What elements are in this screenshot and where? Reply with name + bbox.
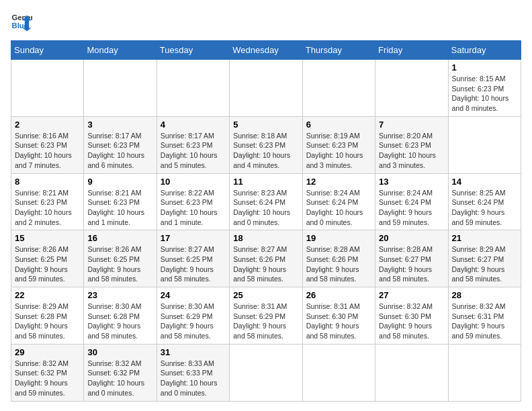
- empty-cell: [84, 60, 157, 117]
- day-number: 3: [87, 120, 152, 130]
- calendar-day-cell: 20Sunrise: 8:28 AMSunset: 6:27 PMDayligh…: [375, 230, 448, 287]
- calendar-day-cell: 28Sunrise: 8:32 AMSunset: 6:31 PMDayligh…: [448, 287, 521, 345]
- day-info: Sunrise: 8:21 AMSunset: 6:23 PMDaylight:…: [15, 189, 72, 226]
- day-info: Sunrise: 8:24 AMSunset: 6:24 PMDaylight:…: [306, 189, 363, 226]
- day-number: 18: [233, 233, 298, 243]
- day-number: 20: [379, 233, 444, 243]
- day-number: 2: [15, 120, 80, 130]
- empty-cell: [230, 60, 302, 117]
- calendar-day-cell: 29Sunrise: 8:32 AMSunset: 6:32 PMDayligh…: [11, 344, 84, 401]
- calendar-day-cell: 6Sunrise: 8:19 AMSunset: 6:23 PMDaylight…: [302, 116, 375, 173]
- day-number: 1: [452, 62, 517, 73]
- empty-cell: [302, 344, 375, 401]
- calendar-day-cell: 17Sunrise: 8:27 AMSunset: 6:25 PMDayligh…: [157, 230, 229, 287]
- day-info: Sunrise: 8:27 AMSunset: 6:26 PMDaylight:…: [233, 245, 287, 283]
- calendar-week-row: 15Sunrise: 8:26 AMSunset: 6:25 PMDayligh…: [11, 230, 521, 287]
- calendar-week-row: 1Sunrise: 8:15 AMSunset: 6:23 PMDaylight…: [11, 60, 521, 117]
- day-info: Sunrise: 8:32 AMSunset: 6:30 PMDaylight:…: [379, 302, 433, 340]
- calendar-day-cell: 26Sunrise: 8:31 AMSunset: 6:30 PMDayligh…: [302, 287, 375, 345]
- day-header-saturday: Saturday: [448, 41, 521, 60]
- day-info: Sunrise: 8:32 AMSunset: 6:32 PMDaylight:…: [15, 359, 69, 397]
- calendar-day-cell: 12Sunrise: 8:24 AMSunset: 6:24 PMDayligh…: [302, 173, 375, 230]
- day-number: 29: [15, 347, 80, 357]
- calendar-day-cell: 9Sunrise: 8:21 AMSunset: 6:23 PMDaylight…: [84, 173, 157, 230]
- day-info: Sunrise: 8:29 AMSunset: 6:27 PMDaylight:…: [452, 245, 506, 283]
- day-info: Sunrise: 8:15 AMSunset: 6:23 PMDaylight:…: [452, 75, 509, 112]
- day-number: 26: [306, 290, 371, 300]
- day-number: 27: [379, 290, 444, 300]
- day-info: Sunrise: 8:30 AMSunset: 6:28 PMDaylight:…: [87, 302, 141, 340]
- day-number: 14: [452, 177, 517, 187]
- calendar-day-cell: 24Sunrise: 8:30 AMSunset: 6:29 PMDayligh…: [157, 287, 229, 345]
- calendar-day-cell: 22Sunrise: 8:29 AMSunset: 6:28 PMDayligh…: [11, 287, 84, 345]
- day-number: 22: [15, 290, 80, 300]
- day-info: Sunrise: 8:24 AMSunset: 6:24 PMDaylight:…: [379, 189, 433, 226]
- day-info: Sunrise: 8:28 AMSunset: 6:26 PMDaylight:…: [306, 245, 360, 283]
- calendar-day-cell: 4Sunrise: 8:17 AMSunset: 6:23 PMDaylight…: [157, 116, 229, 173]
- calendar-day-cell: 19Sunrise: 8:28 AMSunset: 6:26 PMDayligh…: [302, 230, 375, 287]
- empty-cell: [302, 60, 375, 117]
- empty-cell: [448, 116, 521, 173]
- day-number: 7: [379, 120, 444, 130]
- calendar-day-cell: 18Sunrise: 8:27 AMSunset: 6:26 PMDayligh…: [230, 230, 302, 287]
- day-header-sunday: Sunday: [11, 41, 84, 60]
- day-info: Sunrise: 8:31 AMSunset: 6:29 PMDaylight:…: [233, 302, 287, 340]
- day-info: Sunrise: 8:23 AMSunset: 6:24 PMDaylight:…: [233, 189, 290, 226]
- empty-cell: [448, 344, 521, 401]
- day-info: Sunrise: 8:26 AMSunset: 6:25 PMDaylight:…: [15, 245, 69, 283]
- day-number: 31: [161, 347, 226, 357]
- day-info: Sunrise: 8:20 AMSunset: 6:23 PMDaylight:…: [379, 132, 436, 169]
- calendar-day-cell: 10Sunrise: 8:22 AMSunset: 6:23 PMDayligh…: [157, 173, 229, 230]
- day-info: Sunrise: 8:32 AMSunset: 6:31 PMDaylight:…: [452, 302, 506, 340]
- calendar-week-row: 2Sunrise: 8:16 AMSunset: 6:23 PMDaylight…: [11, 116, 521, 173]
- page-header: General Blue: [11, 11, 521, 32]
- day-number: 25: [233, 290, 298, 300]
- day-number: 6: [306, 120, 371, 130]
- calendar-day-cell: 11Sunrise: 8:23 AMSunset: 6:24 PMDayligh…: [230, 173, 302, 230]
- day-info: Sunrise: 8:31 AMSunset: 6:30 PMDaylight:…: [306, 302, 360, 340]
- day-number: 19: [306, 233, 371, 243]
- day-info: Sunrise: 8:30 AMSunset: 6:29 PMDaylight:…: [161, 302, 214, 340]
- day-number: 13: [379, 177, 444, 187]
- day-info: Sunrise: 8:18 AMSunset: 6:23 PMDaylight:…: [233, 132, 290, 169]
- day-number: 16: [87, 233, 152, 243]
- day-info: Sunrise: 8:17 AMSunset: 6:23 PMDaylight:…: [87, 132, 144, 169]
- day-info: Sunrise: 8:19 AMSunset: 6:23 PMDaylight:…: [306, 132, 363, 169]
- day-info: Sunrise: 8:21 AMSunset: 6:23 PMDaylight:…: [87, 189, 144, 226]
- day-header-friday: Friday: [375, 41, 448, 60]
- calendar-day-cell: 30Sunrise: 8:32 AMSunset: 6:32 PMDayligh…: [84, 344, 157, 401]
- day-number: 4: [161, 120, 226, 130]
- calendar-day-cell: 7Sunrise: 8:20 AMSunset: 6:23 PMDaylight…: [375, 116, 448, 173]
- empty-cell: [230, 344, 302, 401]
- calendar-day-cell: 1Sunrise: 8:15 AMSunset: 6:23 PMDaylight…: [448, 60, 521, 117]
- empty-cell: [375, 60, 448, 117]
- calendar-day-cell: 31Sunrise: 8:33 AMSunset: 6:33 PMDayligh…: [157, 344, 229, 401]
- day-number: 15: [15, 233, 80, 243]
- day-info: Sunrise: 8:32 AMSunset: 6:32 PMDaylight:…: [87, 359, 144, 397]
- calendar-day-cell: 5Sunrise: 8:18 AMSunset: 6:23 PMDaylight…: [230, 116, 302, 173]
- day-info: Sunrise: 8:27 AMSunset: 6:25 PMDaylight:…: [161, 245, 214, 283]
- calendar-day-cell: 3Sunrise: 8:17 AMSunset: 6:23 PMDaylight…: [84, 116, 157, 173]
- calendar-day-cell: 14Sunrise: 8:25 AMSunset: 6:24 PMDayligh…: [448, 173, 521, 230]
- day-info: Sunrise: 8:16 AMSunset: 6:23 PMDaylight:…: [15, 132, 72, 169]
- day-info: Sunrise: 8:17 AMSunset: 6:23 PMDaylight:…: [161, 132, 218, 169]
- day-number: 30: [87, 347, 152, 357]
- calendar-week-row: 22Sunrise: 8:29 AMSunset: 6:28 PMDayligh…: [11, 287, 521, 345]
- calendar-day-cell: 2Sunrise: 8:16 AMSunset: 6:23 PMDaylight…: [11, 116, 84, 173]
- day-info: Sunrise: 8:22 AMSunset: 6:23 PMDaylight:…: [161, 189, 218, 226]
- day-number: 9: [87, 177, 152, 187]
- day-number: 10: [161, 177, 226, 187]
- day-number: 28: [452, 290, 517, 300]
- empty-cell: [375, 344, 448, 401]
- calendar-week-row: 8Sunrise: 8:21 AMSunset: 6:23 PMDaylight…: [11, 173, 521, 230]
- calendar-day-cell: 27Sunrise: 8:32 AMSunset: 6:30 PMDayligh…: [375, 287, 448, 345]
- empty-cell: [11, 60, 84, 117]
- day-info: Sunrise: 8:29 AMSunset: 6:28 PMDaylight:…: [15, 302, 69, 340]
- day-info: Sunrise: 8:25 AMSunset: 6:24 PMDaylight:…: [452, 189, 506, 226]
- calendar-day-cell: 23Sunrise: 8:30 AMSunset: 6:28 PMDayligh…: [84, 287, 157, 345]
- day-number: 12: [306, 177, 371, 187]
- calendar-day-cell: 21Sunrise: 8:29 AMSunset: 6:27 PMDayligh…: [448, 230, 521, 287]
- calendar-day-cell: 25Sunrise: 8:31 AMSunset: 6:29 PMDayligh…: [230, 287, 302, 345]
- empty-cell: [157, 60, 229, 117]
- day-number: 11: [233, 177, 298, 187]
